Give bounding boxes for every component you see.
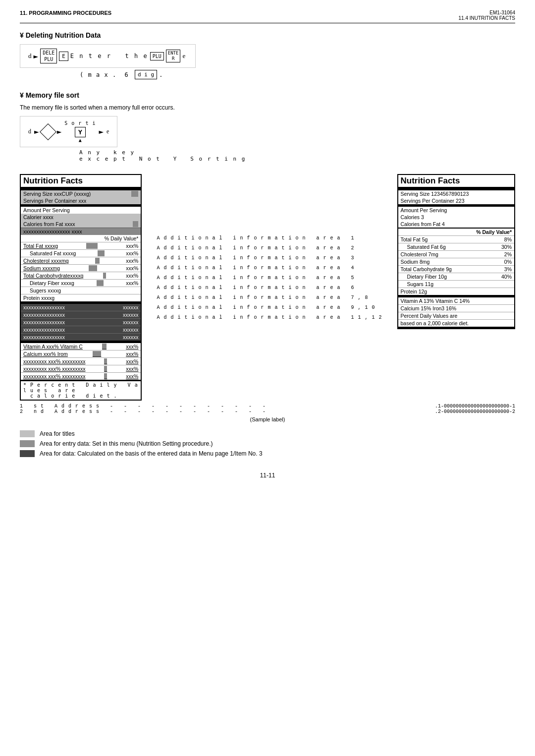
left-cholesterol: Cholesterol xxxxmg xxx% xyxy=(21,257,141,265)
right-total-carb: Total Carbohydrate 9g3% xyxy=(398,266,515,273)
arrow3: ► xyxy=(34,127,39,136)
left-daily-value: % Daily Value* xyxy=(21,235,141,242)
d2-label: d xyxy=(28,128,31,135)
left-xvrow3: xxxxxxxxx xxx% xxxxxxxxx xxx% xyxy=(21,373,141,381)
right-amount-per: Amount Per Serving xyxy=(398,207,515,214)
left-sodium: Sodium xxxxmg xxx% xyxy=(21,265,141,272)
legend-color-3 xyxy=(20,450,35,457)
arrow4: ► xyxy=(57,127,62,136)
e3-label: e xyxy=(107,128,109,135)
addr1: 1 s t A d d r e s s - - - - - - - - - - … xyxy=(20,404,425,409)
right-daily-value: % Daily Value* xyxy=(398,228,515,236)
left-xvrow2: xxxxxxxxx xxx% xxxxxxxxx xxx% xyxy=(21,365,141,373)
memory-title: ¥ Memory file sort xyxy=(20,91,515,99)
legend-text-2: Area for entry data: Set in this menu (N… xyxy=(40,440,213,447)
right-sodium: Sodium 8mg0% xyxy=(398,258,515,266)
diamond-shape xyxy=(40,123,56,140)
arrow5: ► xyxy=(99,127,104,136)
addl-line5: A d d i t i o n a l i n f o r m a t i o … xyxy=(157,273,382,283)
addl-line1: A d d i t i o n a l i n f o r m a t i o … xyxy=(157,233,382,243)
left-dietary: Dietary Fiber xxxxg xxx% xyxy=(21,280,141,287)
memory-sort-section: ¥ Memory file sort The memory file is so… xyxy=(20,91,515,162)
max-text: ( m a x . 6 xyxy=(59,71,133,78)
right-label-title: Nutrition Facts xyxy=(398,175,515,190)
doc-reference: EM1-31064 11.4 INUTRITION FACTS xyxy=(459,10,515,21)
d-label: d xyxy=(28,52,32,60)
left-label-title: Nutrition Facts xyxy=(21,175,141,190)
left-calories: Calorier xxxx xyxy=(21,214,141,221)
dele-key: DELEPLU xyxy=(40,49,57,63)
left-total-carb: Total Carobohydratexxxxg xxx% xyxy=(21,272,141,280)
right-protein: Protein 12g xyxy=(398,288,515,297)
plu-key: PLU xyxy=(150,52,164,60)
left-sugars: Sugers xxxxg xyxy=(21,287,141,294)
address-left: 1 s t A d d r e s s - - - - - - - - - - … xyxy=(20,404,425,414)
legend-text-1: Area for titles xyxy=(40,430,75,437)
y-box: Y xyxy=(75,127,86,137)
enter-key: ENTER xyxy=(166,50,181,62)
legend-area: Area for titles Area for entry data: Set… xyxy=(20,430,515,457)
left-amount-per: Amount Per Serving xyxy=(21,207,141,214)
e2-label: e xyxy=(182,52,185,60)
left-xrow4: xxxxxxxxxxxxxxxxxxxxxx xyxy=(21,326,141,334)
arrow1: ► xyxy=(34,52,39,61)
right-serving-size: Serving Size 1234567890123 xyxy=(398,190,515,197)
addl-line910: A d d i t i o n a l i n f o r m a t i o … xyxy=(157,303,382,313)
left-calcium: Calcium xxx% Irom xxx% xyxy=(21,350,141,358)
page-number: 11-11 xyxy=(20,472,515,479)
right-dietary: Dietary Fiber 10g40% xyxy=(398,273,515,281)
right-cholesterol: Cholesterol 7mg2% xyxy=(398,251,515,258)
addl-line1112: A d d i t i o n a l i n f o r m a t i o … xyxy=(157,313,382,323)
addr2-val: .2-0000000000000000000000-2 xyxy=(435,409,515,414)
right-cal-fat: Calories from Fat 4 xyxy=(398,221,515,228)
left-cal-fat: Calories from Fat xxxx xyxy=(21,221,141,228)
left-footer: * P e r c e n t D a i l y V a l u e s a … xyxy=(21,381,141,400)
left-nutrition-label: Nutrition Facts Serving Size xxxCUP (xxx… xyxy=(20,174,142,401)
deleting-title: ¥ Deleting Nutrition Data xyxy=(20,31,515,39)
addresses-section: 1 s t A d d r e s s - - - - - - - - - - … xyxy=(20,404,515,414)
addr2: 2 n d A d d r e s s - - - - - - - - - - … xyxy=(20,409,425,414)
sort-diagram: d ► ► S o r t i Y ▲ ► e A n y k e y e x … xyxy=(20,116,515,162)
additional-info-area: A d d i t i o n a l i n f o r m a t i o … xyxy=(157,174,382,323)
right-servings-per: Servings Per Container 223 xyxy=(398,197,515,207)
e-key: E xyxy=(59,52,68,61)
page-header: 11. PROGRAMMING PROCEDURES EM1-31064 11.… xyxy=(20,10,515,23)
left-serving-size: Serving Size xxxCUP (xxxxg) xyxy=(21,190,141,197)
addl-line2: A d d i t i o n a l i n f o r m a t i o … xyxy=(157,243,382,253)
right-ingredient: based on a 2,000 calorie diet. xyxy=(398,320,515,328)
addr1-val: .1-0000000000000000000000-1 xyxy=(435,404,515,409)
legend-item-3: Area for data: Calculated on the basis o… xyxy=(20,450,515,457)
dig-key: d i g xyxy=(135,70,157,79)
right-calcium: Calcium 15% Iron3 16% xyxy=(398,305,515,312)
left-xrow2: xxxxxxxxxxxxxxxxxxxxxx xyxy=(21,311,141,319)
left-total-fat: Total Fat xxxxg xxx% xyxy=(21,242,141,250)
right-sugars: Sugars 11g xyxy=(398,281,515,288)
addl-line4: A d d i t i o n a l i n f o r m a t i o … xyxy=(157,263,382,273)
legend-color-2 xyxy=(20,440,35,447)
dot: . xyxy=(159,71,162,78)
right-calories: Calories 3 xyxy=(398,214,515,221)
section-number: 11. PROGRAMMING PROCEDURES xyxy=(20,10,111,16)
delete-diagram: d ► DELEPLU E E n t e r t h e PLU ENTER … xyxy=(20,44,515,79)
legend-item-2: Area for entry data: Set in this menu (N… xyxy=(20,440,515,447)
left-xrow1: xxxxxxxxxxxxxxxxxxxxxx xyxy=(21,304,141,311)
sorti-text: S o r t i xyxy=(64,120,96,126)
left-xxx-row: xxxxxxxxxxxxxxxxxx xxxx xyxy=(21,228,141,235)
any-key-text: A n y k e y xyxy=(79,149,515,156)
right-vitamin: Vitamin A 13% Vitamin C 14% xyxy=(398,297,515,305)
left-xvrow1: xxxxxxxxx xxx% xxxxxxxxx xxx% xyxy=(21,358,141,365)
right-nutrition-label: Nutrition Facts Serving Size 12345678901… xyxy=(397,174,516,329)
right-total-fat: Total Fat 5g8% xyxy=(398,236,515,243)
address-right: .1-0000000000000000000000-1 .2-000000000… xyxy=(435,404,515,414)
left-xrow5: xxxxxxxxxxxxxxxxxxxxxx xyxy=(21,334,141,343)
addl-line78: A d d i t i o n a l i n f o r m a t i o … xyxy=(157,293,382,303)
left-xrow3: xxxxxxxxxxxxxxxxxxxxxx xyxy=(21,319,141,326)
left-vita: Vitamin A xxx% Vitamin C xxx% xyxy=(21,343,141,350)
except-text: e x c e p t N o t Y S o r t i n g xyxy=(79,156,515,162)
memory-desc: The memory file is sorted when a memory … xyxy=(20,104,515,111)
deleting-section: ¥ Deleting Nutrition Data d ► DELEPLU E … xyxy=(20,31,515,79)
sample-label-note: (Sample label) xyxy=(20,416,515,422)
main-content-area: Nutrition Facts Serving Size xxxCUP (xxx… xyxy=(20,174,515,401)
addl-line3: A d d i t i o n a l i n f o r m a t i o … xyxy=(157,253,382,263)
legend-text-3: Area for data: Calculated on the basis o… xyxy=(40,450,263,457)
